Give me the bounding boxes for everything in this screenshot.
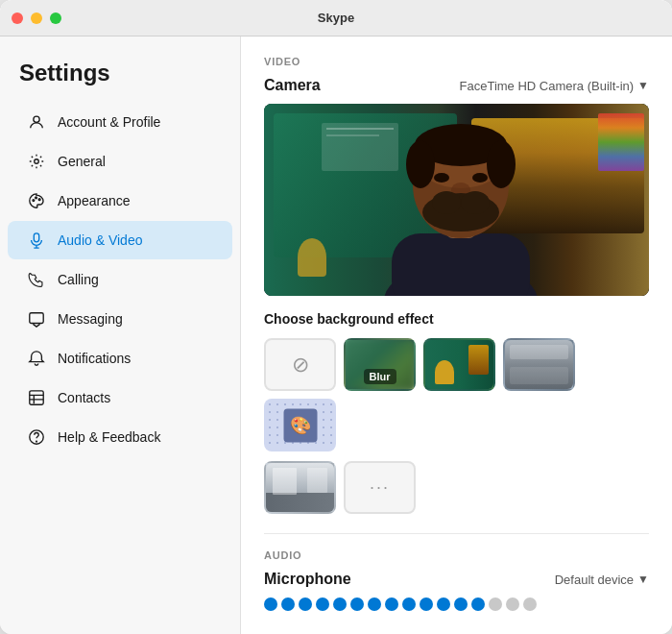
titlebar: Skype [0, 0, 672, 37]
sidebar-item-messaging[interactable]: Messaging [8, 300, 232, 338]
bg-effects-grid-row2: ··· [264, 461, 649, 514]
sidebar-item-calling[interactable]: Calling [8, 260, 232, 299]
audio-dot-2 [281, 597, 295, 611]
camera-dropdown[interactable]: FaceTime HD Camera (Built-in) ▼ [460, 79, 649, 93]
audio-level-bar [264, 597, 649, 611]
svg-rect-6 [30, 313, 43, 324]
svg-point-4 [38, 199, 40, 201]
chevron-down-icon: ▼ [637, 79, 649, 92]
svg-point-16 [472, 173, 488, 183]
sidebar-item-help[interactable]: Help & Feedback [8, 418, 232, 456]
camera-row: Camera FaceTime HD Camera (Built-in) ▼ [264, 77, 649, 94]
sidebar-item-account-label: Account & Profile [58, 114, 160, 130]
audio-dot-7 [368, 597, 381, 611]
svg-point-0 [34, 116, 39, 122]
content-panel: VIDEO Camera FaceTime HD Camera (Built-i… [241, 37, 672, 634]
bg-effect-blur[interactable]: Blur [344, 338, 416, 391]
svg-point-2 [33, 200, 35, 202]
microphone-label: Microphone [264, 571, 351, 588]
no-effect-icon: ⊘ [292, 353, 309, 378]
svg-point-9 [36, 441, 37, 442]
gear-icon [27, 152, 46, 171]
svg-point-15 [434, 173, 449, 183]
audio-dot-15 [506, 597, 519, 611]
sidebar-item-contacts[interactable]: Contacts [8, 378, 232, 417]
sidebar-item-audio-video[interactable]: Audio & Video [8, 221, 232, 259]
sidebar-item-messaging-label: Messaging [58, 311, 123, 327]
audio-dot-10 [420, 597, 433, 611]
svg-point-3 [36, 197, 37, 199]
camera-preview-inner [264, 104, 649, 296]
bg-effect-none[interactable]: ⊘ [264, 338, 336, 391]
window-controls [12, 12, 61, 24]
contacts-icon [27, 388, 46, 407]
microphone-value-text: Default device [555, 573, 634, 587]
bg-effect-office2[interactable] [503, 338, 575, 391]
sidebar-item-appearance[interactable]: Appearance [8, 182, 232, 220]
more-dots: ··· [370, 477, 390, 498]
app-window: Skype Settings Account & Profile [0, 0, 672, 634]
svg-rect-7 [30, 391, 43, 404]
audio-dot-5 [333, 597, 347, 611]
camera-value-text: FaceTime HD Camera (Built-in) [460, 79, 635, 93]
sidebar-item-general[interactable]: General [8, 142, 232, 181]
message-icon [27, 309, 46, 329]
svg-point-23 [487, 140, 516, 188]
audio-dot-11 [437, 597, 450, 611]
audio-dot-6 [350, 597, 364, 611]
help-icon [27, 427, 46, 447]
audio-dot-9 [402, 597, 416, 611]
video-section-label: VIDEO [264, 56, 649, 67]
sidebar-item-contacts-label: Contacts [58, 390, 110, 405]
phone-icon [27, 270, 46, 289]
camera-label: Camera [264, 77, 321, 94]
svg-point-20 [461, 191, 490, 214]
audio-dot-3 [299, 597, 312, 611]
audio-dot-8 [385, 597, 398, 611]
maximize-button[interactable] [50, 12, 61, 24]
window-title: Skype [318, 11, 354, 25]
audio-dot-16 [523, 597, 537, 611]
bell-icon [27, 349, 46, 368]
svg-rect-5 [34, 233, 38, 242]
close-button[interactable] [12, 12, 23, 24]
sidebar: Settings Account & Profile Ge [0, 37, 241, 634]
sidebar-item-calling-label: Calling [58, 272, 99, 287]
microphone-dropdown[interactable]: Default device ▼ [555, 573, 649, 587]
audio-section-label: AUDIO [264, 549, 649, 561]
blur-label: Blur [364, 369, 396, 384]
sidebar-item-notifications[interactable]: Notifications [8, 339, 232, 378]
bg-effect-more[interactable]: ··· [344, 461, 416, 514]
sidebar-item-help-label: Help & Feedback [58, 429, 160, 445]
appearance-icon [27, 191, 46, 210]
camera-preview [264, 104, 649, 296]
bg-effect-pattern[interactable]: 🎨 [264, 399, 336, 451]
bg-effects-grid: ⊘ Blur [264, 338, 649, 451]
person-icon [27, 112, 46, 132]
sidebar-item-audio-video-label: Audio & Video [58, 232, 142, 248]
chevron-down-icon-mic: ▼ [637, 573, 649, 586]
audio-dot-14 [489, 597, 502, 611]
svg-point-22 [406, 140, 435, 188]
microphone-row: Microphone Default device ▼ [264, 571, 649, 588]
audio-dot-12 [454, 597, 468, 611]
minimize-button[interactable] [31, 12, 42, 24]
sidebar-item-notifications-label: Notifications [58, 351, 131, 366]
bg-effect-label: Choose background effect [264, 311, 649, 327]
bg-effect-room[interactable] [264, 461, 336, 514]
bg-effect-office1[interactable] [423, 338, 495, 391]
svg-point-19 [432, 191, 461, 214]
audio-dot-1 [264, 597, 277, 611]
audio-dot-4 [316, 597, 329, 611]
svg-point-1 [35, 159, 39, 164]
sidebar-item-account[interactable]: Account & Profile [8, 103, 232, 141]
svg-rect-11 [392, 233, 530, 296]
sidebar-item-appearance-label: Appearance [58, 193, 131, 208]
audio-section: AUDIO Microphone Default device ▼ [264, 549, 649, 611]
settings-title: Settings [0, 52, 240, 102]
mic-icon [27, 231, 46, 250]
section-divider [264, 533, 649, 534]
audio-dot-13 [471, 597, 485, 611]
sidebar-item-general-label: General [58, 154, 106, 169]
main-content: Settings Account & Profile Ge [0, 37, 672, 634]
